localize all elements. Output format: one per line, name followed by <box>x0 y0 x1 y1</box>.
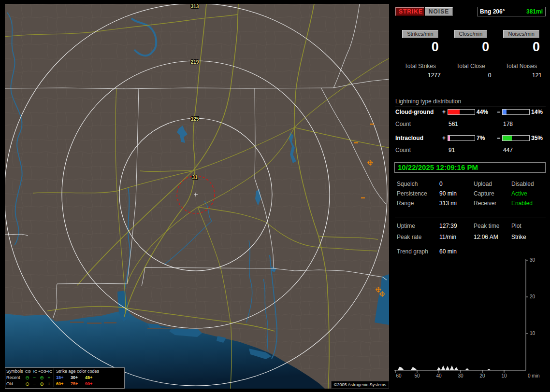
count-label: Count <box>395 147 411 154</box>
trend-graph: 3020106050403020100 min <box>394 257 547 388</box>
neg-ic-recent-icon: − <box>31 375 38 381</box>
persistence-label: Persistence <box>397 190 427 197</box>
pos-ic-old-icon: + <box>45 381 53 387</box>
plus-sign: + <box>442 135 446 141</box>
ring-label: 125 <box>191 116 199 122</box>
ic-plus-bar <box>448 135 475 141</box>
legend-col-neg-cg: -CG <box>24 368 31 375</box>
rate-headers: Strikes/min Close/min Noises/min <box>395 30 547 38</box>
legend-old-row: Old ⊖ − ⊕ + 60+ 75+ 90+ <box>6 381 123 387</box>
legend-recent-label: Recent <box>6 375 24 381</box>
close-per-min-value: 0 <box>446 40 496 55</box>
age-30: 30+ <box>71 375 85 381</box>
legend-old-label: Old <box>6 381 24 387</box>
range-label: Range <box>397 200 414 207</box>
plot-value: Strike <box>511 234 526 240</box>
noise-indicator[interactable]: NOISE <box>425 7 453 16</box>
strikes-per-min-header: Strikes/min <box>402 30 438 38</box>
bearing-range: 381mi <box>526 7 543 16</box>
svg-text:10: 10 <box>530 331 536 336</box>
legend-old-ages: 60+ 75+ 90+ <box>54 381 100 387</box>
uptime-label: Uptime <box>397 223 415 229</box>
peak-rate-row: Peak rate 11/min 12:06 AM Strike <box>394 234 547 241</box>
range-row: Range 313 mi Receiver Enabled <box>394 200 547 207</box>
total-close-label: Total Close <box>446 63 496 70</box>
cg-minus-pct: 14% <box>531 109 543 115</box>
total-values: 1277 0 121 <box>395 72 547 79</box>
svg-text:0 min: 0 min <box>528 373 539 378</box>
cg-minus-count: 178 <box>503 121 513 127</box>
cg-plus-count: 561 <box>449 121 458 127</box>
range-value: 313 mi <box>439 200 457 207</box>
ic-plus-count: 91 <box>449 147 455 154</box>
pos-cg-old-icon: ⊕ <box>38 381 45 387</box>
cg-plus-bar <box>448 109 475 115</box>
trend-graph-label: Trend graph <box>397 248 428 255</box>
strike-indicator[interactable]: STRIKE <box>395 7 424 16</box>
receiver-status: Enabled <box>511 200 533 207</box>
peak-rate-value: 11/min <box>439 234 456 240</box>
upload-label: Upload <box>474 181 492 187</box>
intracloud-count-row: Count 91 447 <box>395 147 547 154</box>
intracloud-label: Intracloud <box>395 135 423 141</box>
age-75: 75+ <box>71 381 85 387</box>
divider <box>395 218 546 218</box>
legend-header-row: Symbols -CG -IC +CG +IC Strike age color… <box>6 368 123 375</box>
cloud-ground-count-row: Count 561 178 <box>395 121 547 127</box>
svg-text:30: 30 <box>530 257 536 263</box>
ring-label: 219 <box>191 59 199 65</box>
svg-text:20: 20 <box>479 373 485 378</box>
peak-time-value: 12:06 AM <box>474 234 498 240</box>
distribution-title: Lightning type distribution <box>395 98 546 107</box>
copyright-notice: ©2005 Astrogenic Systems <box>331 381 389 389</box>
total-strikes-value: 1277 <box>395 72 446 79</box>
legend-col-pos-cg: +CG <box>38 368 45 375</box>
cloud-ground-label: Cloud-ground <box>395 109 434 115</box>
legend-col-pos-ic: +IC <box>45 368 53 375</box>
ic-plus-pct: 7% <box>477 135 485 141</box>
plus-sign: + <box>442 109 446 115</box>
ring-label: 313 <box>191 4 199 9</box>
age-15: 15+ <box>56 375 71 381</box>
age-60: 60+ <box>56 381 71 387</box>
pos-ic-recent-icon: + <box>45 375 53 381</box>
legend-age-title: Strike age color codes <box>54 368 106 375</box>
map-canvas: 31321912531 <box>5 4 389 389</box>
upload-status: Disabled <box>511 181 534 187</box>
legend-recent-row: Recent ⊖ − ⊕ + 15+ 30+ 45+ <box>6 375 123 381</box>
legend-recent-ages: 15+ 30+ 45+ <box>54 375 100 381</box>
svg-text:20: 20 <box>530 294 536 299</box>
cg-minus-bar <box>502 109 530 115</box>
close-per-min-header: Close/min <box>454 30 488 38</box>
total-strikes-label: Total Strikes <box>395 63 446 70</box>
squelch-value: 0 <box>439 181 443 187</box>
age-90: 90+ <box>85 381 100 387</box>
capture-label: Capture <box>474 190 494 197</box>
bearing-label: Bng 206° <box>480 7 505 16</box>
persistence-row: Persistence 90 min Capture Active <box>394 190 547 197</box>
intracloud-row: Intracloud + 7% − 35% <box>395 135 547 141</box>
status-panel: STRIKE NOISE Bng 206° 381mi Strikes/min … <box>394 0 550 392</box>
cg-plus-pct: 44% <box>477 109 488 115</box>
minus-sign: − <box>497 135 500 141</box>
ic-minus-pct: 35% <box>531 135 543 141</box>
legend-col-neg-ic: -IC <box>31 368 38 375</box>
trend-window-value: 60 min <box>439 248 457 255</box>
noises-per-min-value: 0 <box>496 40 547 55</box>
total-noises-value: 121 <box>496 72 547 79</box>
strikes-per-min-value: 0 <box>395 40 446 55</box>
uptime-value: 127:39 <box>439 223 457 229</box>
rate-values: 0 0 0 <box>395 40 547 55</box>
svg-text:60: 60 <box>396 373 402 378</box>
svg-text:40: 40 <box>436 373 442 378</box>
ring-label: 31 <box>192 175 198 180</box>
count-label: Count <box>395 121 411 127</box>
pos-cg-recent-icon: ⊕ <box>38 375 45 381</box>
squelch-label: Squelch <box>397 181 418 187</box>
persistence-value: 90 min <box>439 190 457 197</box>
datetime-display: 10/22/2025 12:09:16 PM <box>394 162 546 173</box>
svg-text:30: 30 <box>458 373 463 378</box>
neg-cg-recent-icon: ⊖ <box>24 375 31 381</box>
squelch-row: Squelch 0 Upload Disabled <box>394 181 547 188</box>
svg-text:10: 10 <box>501 373 507 378</box>
